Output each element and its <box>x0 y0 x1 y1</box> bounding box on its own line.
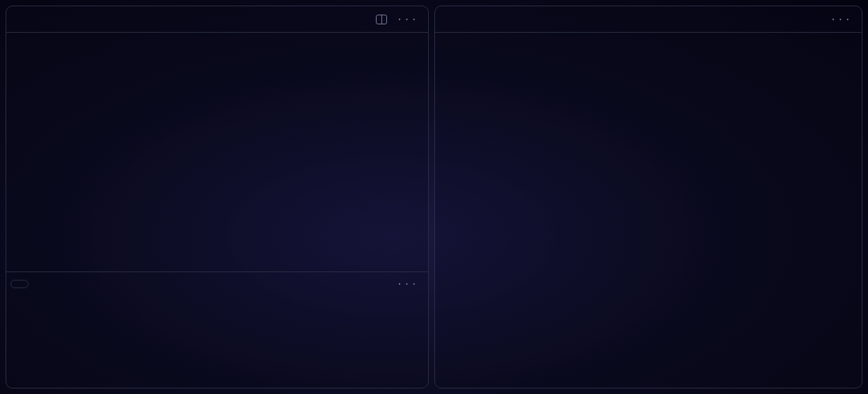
terminal-panel: ··· <box>6 271 428 388</box>
editor-pane-left: ··· ··· <box>6 6 429 388</box>
editor-pane-right: ··· <box>434 6 862 388</box>
terminal-tab[interactable] <box>10 280 29 288</box>
more-actions-icon[interactable]: ··· <box>397 14 418 25</box>
tab-bar-right: ··· <box>435 6 862 33</box>
more-actions-icon[interactable]: ··· <box>830 14 852 25</box>
split-editor-icon[interactable] <box>376 15 387 24</box>
tab-bar-left: ··· <box>6 6 428 33</box>
terminal-output[interactable] <box>6 296 428 388</box>
code-editor-left[interactable] <box>6 33 428 271</box>
code-editor-right[interactable] <box>435 33 862 388</box>
terminal-more-icon[interactable]: ··· <box>397 278 418 290</box>
